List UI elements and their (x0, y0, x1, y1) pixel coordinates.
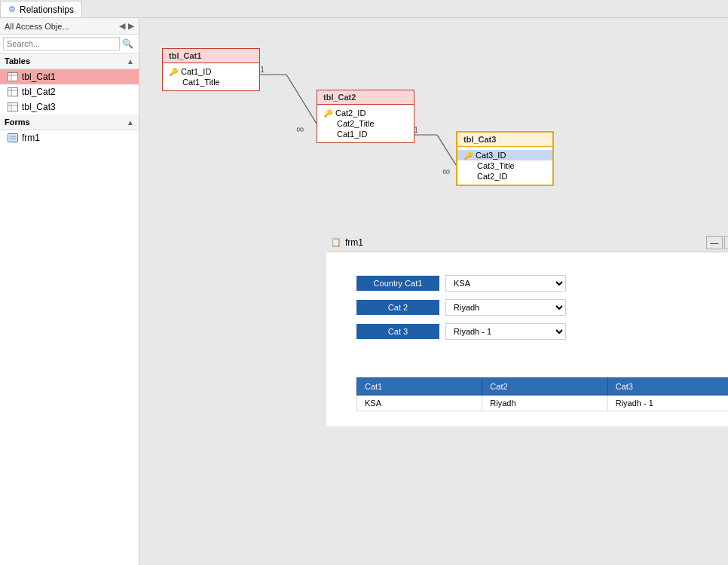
key-icon-cat1-id: 🔑 (169, 68, 178, 76)
form-icon-frm1 (8, 133, 18, 142)
tables-section-header: Tables ▲ (0, 53, 139, 69)
form-select-cat1[interactable]: KSA (445, 275, 566, 292)
svg-line-13 (286, 75, 317, 124)
key-icon-cat3-id: 🔑 (463, 151, 473, 160)
rel-field-cat1-title: Cat1_Title (169, 77, 253, 87)
main-layout: All Access Obje... ◀ ▶ 🔍 Tables ▲ tbl_Ca (0, 18, 728, 565)
dialog-title-left: 📋 frm1 (331, 237, 363, 248)
sidebar-chevron-right-icon[interactable]: ▶ (128, 21, 134, 31)
table-icon-tbl-cat1 (8, 72, 18, 81)
col-header-cat2: Cat2 (482, 378, 607, 396)
form-label-cat3: Cat 3 (356, 324, 439, 339)
sidebar-icon-group: ◀ ▶ (119, 21, 134, 31)
form-row-cat2: Cat 2 Riyadh (356, 299, 728, 316)
rel-table-tbl-cat1: tbl_Cat1 🔑 Cat1_ID Cat1_Title (162, 48, 260, 91)
sidebar-item-tbl-cat1[interactable]: tbl_Cat1 (0, 69, 139, 84)
table-cell-cat1: KSA (357, 396, 482, 411)
sidebar: All Access Obje... ◀ ▶ 🔍 Tables ▲ tbl_Ca (0, 18, 139, 565)
rel-field-cat3-cat2id: Cat2_ID (463, 171, 546, 182)
rel-table-fields-cat3: 🔑 Cat3_ID Cat3_Title Cat2_ID (457, 147, 552, 185)
dialog-controls: — ✕ (706, 236, 728, 249)
form-label-cat1: Country Cat1 (356, 276, 439, 291)
form-label-cat2: Cat 2 (356, 300, 439, 315)
sidebar-label-tbl-cat3: tbl_Cat3 (22, 102, 56, 112)
dialog-content: Country Cat1 KSA Cat 2 Riyadh Cat 3 Riya… (326, 252, 728, 426)
rel-table-tbl-cat2: tbl_Cat2 🔑 Cat2_ID Cat2_Title Cat1_ID (317, 90, 414, 143)
dialog-title-text: frm1 (345, 237, 363, 248)
forms-section-label: Forms (5, 118, 30, 127)
form-select-cat2[interactable]: Riyadh (445, 299, 566, 316)
svg-line-17 (437, 135, 456, 165)
svg-rect-3 (8, 88, 18, 96)
relationships-canvas: 1 ∞ 1 ∞ tbl_Cat1 🔑 Cat1_ID (139, 18, 728, 565)
sidebar-label-tbl-cat1: tbl_Cat1 (22, 72, 56, 82)
svg-text:1: 1 (260, 65, 265, 74)
search-bar: 🔍 (0, 35, 139, 53)
tables-section-chevron[interactable]: ▲ (127, 57, 134, 66)
rel-table-header-cat3: tbl_Cat3 (457, 133, 552, 147)
rel-field-cat2-cat1id: Cat1_ID (323, 129, 408, 139)
rel-table-tbl-cat3: tbl_Cat3 🔑 Cat3_ID Cat3_Title Cat2_ID (456, 131, 554, 186)
dialog-minimize-button[interactable]: — (706, 236, 723, 249)
sidebar-title-text: All Access Obje... (5, 22, 69, 31)
dialog-titlebar: 📋 frm1 — ✕ (326, 233, 728, 252)
sidebar-item-frm1[interactable]: frm1 (0, 130, 139, 145)
sidebar-label-tbl-cat2: tbl_Cat2 (22, 87, 56, 97)
form-select-cat3[interactable]: Riyadh - 1 (445, 323, 566, 340)
rel-table-fields-cat2: 🔑 Cat2_ID Cat2_Title Cat1_ID (317, 105, 414, 142)
table-cell-cat3: Riyadh - 1 (607, 396, 728, 411)
data-table: Cat1 Cat2 Cat3 KSA Riyadh Riyadh - 1 (356, 377, 728, 411)
forms-section-header: Forms ▲ (0, 115, 139, 130)
sidebar-item-tbl-cat3[interactable]: tbl_Cat3 (0, 99, 139, 115)
sidebar-label-frm1: frm1 (22, 133, 40, 143)
frm1-dialog: 📋 frm1 — ✕ Country Cat1 (326, 233, 728, 426)
rel-field-cat2-id: 🔑 Cat2_ID (323, 108, 408, 118)
col-header-cat3: Cat3 (607, 378, 728, 396)
tab-relationships[interactable]: ⚙ Relationships (0, 1, 82, 17)
tab-label: Relationships (20, 5, 74, 15)
table-cell-cat2: Riyadh (482, 396, 607, 411)
tables-section-label: Tables (5, 56, 30, 66)
dialog-title-icon: 📋 (331, 237, 341, 247)
form-row-cat3: Cat 3 Riyadh - 1 (356, 323, 728, 340)
rel-field-cat1-id: 🔑 Cat1_ID (169, 66, 253, 77)
forms-section-chevron[interactable]: ▲ (127, 118, 134, 127)
rel-field-cat3-title: Cat3_Title (463, 160, 546, 171)
rel-field-cat2-title: Cat2_Title (323, 118, 408, 129)
dialog-restore-button[interactable] (724, 236, 728, 249)
rel-table-header-cat2: tbl_Cat2 (317, 90, 414, 105)
table-row: KSA Riyadh Riyadh - 1 (357, 396, 729, 411)
table-icon-tbl-cat2 (8, 87, 18, 96)
rel-table-header-cat1: tbl_Cat1 (163, 49, 259, 63)
svg-rect-9 (8, 134, 18, 142)
sidebar-title-bar: All Access Obje... ◀ ▶ (0, 18, 139, 35)
rel-field-cat3-id: 🔑 Cat3_ID (457, 150, 552, 160)
rel-table-fields-cat1: 🔑 Cat1_ID Cat1_Title (163, 63, 259, 90)
col-header-cat1: Cat1 (357, 378, 482, 396)
relationships-tab-icon: ⚙ (8, 5, 16, 14)
key-icon-cat2-id: 🔑 (323, 109, 332, 118)
svg-text:∞: ∞ (442, 165, 450, 177)
svg-text:∞: ∞ (296, 123, 304, 135)
table-icon-tbl-cat3 (8, 102, 18, 111)
sidebar-chevron-left-icon[interactable]: ◀ (119, 21, 125, 31)
search-button[interactable]: 🔍 (120, 38, 136, 50)
svg-rect-0 (8, 73, 18, 81)
sidebar-item-tbl-cat2[interactable]: tbl_Cat2 (0, 84, 139, 99)
search-input[interactable] (3, 37, 120, 50)
svg-rect-6 (8, 103, 18, 111)
tab-bar: ⚙ Relationships (0, 0, 728, 18)
form-row-cat1: Country Cat1 KSA (356, 275, 728, 292)
